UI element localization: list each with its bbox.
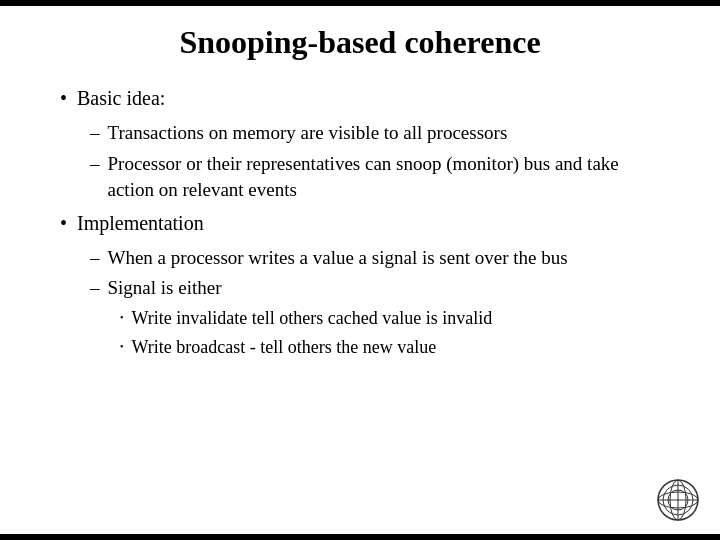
bottom-border xyxy=(0,534,720,540)
logo-area xyxy=(656,478,700,526)
sub-item-signal-either: – Signal is either xyxy=(90,275,660,302)
slide-title: Snooping-based coherence xyxy=(60,24,660,61)
sub-item-processor-snoop: – Processor or their representatives can… xyxy=(90,151,660,204)
sub-item-signal-either-text: Signal is either xyxy=(108,275,222,302)
sub-item-transactions-text: Transactions on memory are visible to al… xyxy=(108,120,508,147)
dash-3: – xyxy=(90,245,100,272)
section-implementation: • Implementation xyxy=(60,212,660,235)
sub-sub-item-write-invalidate-text: Write invalidate tell others cached valu… xyxy=(132,306,493,331)
sub-item-processor-writes: – When a processor writes a value a sign… xyxy=(90,245,660,272)
sub-item-processor-writes-text: When a processor writes a value a signal… xyxy=(108,245,568,272)
dash-2: – xyxy=(90,151,100,178)
bullet-dot-2: • xyxy=(60,212,67,235)
slide: Snooping-based coherence • Basic idea: –… xyxy=(0,0,720,540)
sub-sub-item-write-broadcast-text: Write broadcast - tell others the new va… xyxy=(132,335,437,360)
implementation-sublist: – When a processor writes a value a sign… xyxy=(60,245,660,361)
sub-sub-item-write-invalidate: • Write invalidate tell others cached va… xyxy=(120,306,660,331)
title-area: Snooping-based coherence xyxy=(0,6,720,71)
bullet-small-1: • xyxy=(120,311,124,325)
logo-icon xyxy=(656,478,700,522)
sub-item-transactions: – Transactions on memory are visible to … xyxy=(90,120,660,147)
sub-item-processor-snoop-text: Processor or their representatives can s… xyxy=(108,151,661,204)
content-area: • Basic idea: – Transactions on memory a… xyxy=(0,71,720,540)
sub-sub-item-write-broadcast: • Write broadcast - tell others the new … xyxy=(120,335,660,360)
dash-4: – xyxy=(90,275,100,302)
section-basic-idea: • Basic idea: xyxy=(60,87,660,110)
section-basic-idea-label: Basic idea: xyxy=(77,87,165,110)
dash-1: – xyxy=(90,120,100,147)
bullet-small-2: • xyxy=(120,340,124,354)
section-implementation-label: Implementation xyxy=(77,212,204,235)
basic-idea-sublist: – Transactions on memory are visible to … xyxy=(60,120,660,204)
main-list: • Basic idea: – Transactions on memory a… xyxy=(60,87,660,360)
signal-sublist: • Write invalidate tell others cached va… xyxy=(90,306,660,360)
bullet-dot-1: • xyxy=(60,87,67,110)
